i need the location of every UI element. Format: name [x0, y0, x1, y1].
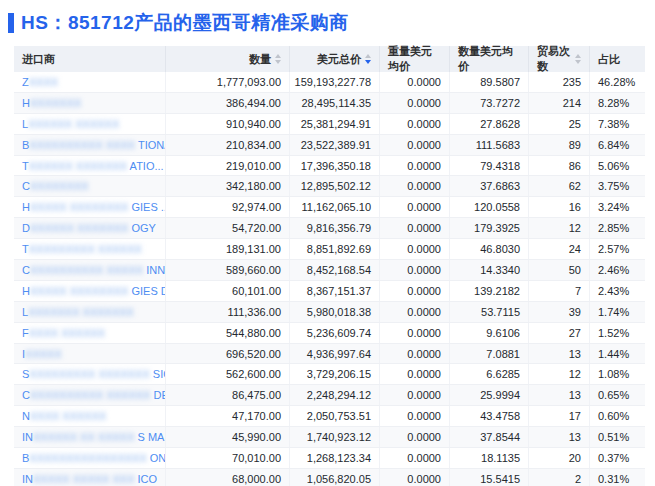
share-cell: 2.57%	[590, 239, 645, 259]
share-cell: 3.75%	[590, 176, 645, 196]
importer-link[interactable]: LXXXXXXX XXXXXXX	[22, 306, 134, 318]
quantity-cell: 386,494.00	[166, 93, 290, 113]
importer-link[interactable]: HXXXXXXX	[22, 97, 81, 109]
quantity-cell: 589,660.00	[166, 260, 290, 280]
weight-avg-price-cell: 0.0000	[380, 218, 450, 238]
importer-visible-prefix: C	[22, 264, 30, 276]
qty-avg-price-cell: 18.1135	[450, 448, 529, 468]
importer-redacted-text: XXXXXXXXX XXXXXX	[29, 243, 142, 255]
table-row: HXXXXX XXXXXXXX GIES D... 60,101.00 8,36…	[14, 281, 645, 302]
qty-avg-price-cell: 43.4758	[450, 406, 529, 426]
importer-link[interactable]: ZXXXX	[22, 76, 58, 88]
qty-avg-price-cell: 120.0558	[450, 197, 529, 217]
importer-cell: TXXXXXXXXX XXXXXX	[14, 239, 166, 259]
share-cell: 7.38%	[590, 114, 645, 134]
trade-count-cell: 13	[529, 385, 590, 405]
importer-visible-prefix: H	[22, 201, 30, 213]
importer-visible-suffix: INN...	[143, 264, 166, 276]
qty-avg-price-cell: 79.4318	[450, 156, 529, 176]
share-cell: 0.60%	[590, 406, 645, 426]
usd-total-cell: 1,740,923.12	[290, 427, 380, 447]
importer-link[interactable]: IXXXXX	[22, 348, 62, 360]
quantity-cell: 92,974.00	[166, 197, 290, 217]
usd-total-cell: 8,367,151.37	[290, 281, 380, 301]
weight-avg-price-cell: 0.0000	[380, 260, 450, 280]
weight-avg-price-cell: 0.0000	[380, 364, 450, 384]
importer-link[interactable]: BXXXXXXXXXXXXXXXX ONES...	[22, 452, 166, 464]
usd-total-cell: 8,452,168.54	[290, 260, 380, 280]
importer-redacted-text: XXXX XXXXXX	[30, 410, 106, 422]
column-header-2[interactable]: 美元总价	[290, 46, 380, 72]
importer-link[interactable]: CXXXXXXXXXX XXXXX INN...	[22, 264, 166, 276]
column-header-label: 占比	[598, 52, 620, 67]
table-row: HXXXXX XXXXXXXX GIES ... 92,974.00 11,16…	[14, 197, 645, 218]
importer-link[interactable]: BXXXXXXXXXX XXXX TIONAL	[22, 139, 166, 151]
weight-avg-price-cell: 0.0000	[380, 344, 450, 364]
quantity-cell: 210,834.00	[166, 135, 290, 155]
table-row: BXXXXXXXXXXXXXXXX ONES... 70,010.00 1,26…	[14, 448, 645, 469]
importer-redacted-text: XXXXX	[25, 348, 62, 360]
trade-count-cell: 62	[529, 176, 590, 196]
usd-total-cell: 17,396,350.18	[290, 156, 380, 176]
quantity-cell: 910,940.00	[166, 114, 290, 134]
page: HS：851712产品的墨西哥精准采购商 进口商数量美元总价重量美元均价数量美元…	[0, 0, 655, 486]
importer-link[interactable]: INXXXXXX XX XXXXX S MA...	[22, 431, 166, 443]
importer-link[interactable]: CXXXXXXXX	[22, 180, 89, 192]
importer-link[interactable]: HXXXXX XXXXXXXX GIES D...	[22, 285, 166, 297]
weight-avg-price-cell: 0.0000	[380, 197, 450, 217]
importer-cell: IXXXXX	[14, 344, 166, 364]
importer-link[interactable]: HXXXXX XXXXXXXX GIES ...	[22, 201, 166, 213]
importer-redacted-text: XXXXXX XX XXXXX	[33, 431, 135, 443]
importer-link[interactable]: TXXXXXX XXXXXXX ATIO...	[22, 160, 164, 172]
share-cell: 46.28%	[590, 72, 645, 92]
importer-link[interactable]: CXXXXXXXXXX XXXXXX DE ...	[22, 389, 166, 401]
importer-cell: CXXXXXXXXXX XXXXXX DE ...	[14, 385, 166, 405]
column-header-label: 贸易次数	[537, 44, 571, 74]
importer-visible-prefix: F	[22, 327, 29, 339]
weight-avg-price-cell: 0.0000	[380, 406, 450, 426]
importer-cell: DXXXXXX XXXXXXX OGY	[14, 218, 166, 238]
column-header-5[interactable]: 贸易次数	[529, 46, 590, 72]
quantity-cell: 54,720.00	[166, 218, 290, 238]
importer-redacted-text: XXXXX XXXXX XXX	[33, 473, 135, 485]
importer-visible-prefix: B	[22, 452, 29, 464]
importer-redacted-text: XXXXXXX	[30, 97, 81, 109]
importer-cell: TXXXXXX XXXXXXX ATIO...	[14, 156, 166, 176]
column-header-label: 进口商	[22, 52, 55, 67]
importer-redacted-text: XXXXXXXXXX XXXXX	[30, 264, 143, 276]
sort-caret-icon[interactable]	[275, 54, 281, 64]
page-header: HS：851712产品的墨西哥精准采购商	[8, 10, 655, 36]
usd-total-cell: 28,495,114.35	[290, 93, 380, 113]
weight-avg-price-cell: 0.0000	[380, 93, 450, 113]
quantity-cell: 342,180.00	[166, 176, 290, 196]
importer-link[interactable]: INXXXXX XXXXX XXX ICO	[22, 473, 157, 485]
column-header-1[interactable]: 数量	[166, 46, 290, 72]
quantity-cell: 696,520.00	[166, 344, 290, 364]
quantity-cell: 86,475.00	[166, 385, 290, 405]
title-accent-bar	[8, 13, 14, 33]
importer-link[interactable]: TXXXXXXXXX XXXXXX	[22, 243, 142, 255]
trade-count-cell: 2	[529, 469, 590, 486]
share-cell: 5.06%	[590, 156, 645, 176]
importer-visible-prefix: N	[22, 410, 30, 422]
table-row: CXXXXXXXXXX XXXXX INN... 589,660.00 8,45…	[14, 260, 645, 281]
share-cell: 0.65%	[590, 385, 645, 405]
table-row: HXXXXXXX 386,494.00 28,495,114.35 0.0000…	[14, 93, 645, 114]
importer-visible-suffix: ONES...	[147, 452, 166, 464]
usd-total-cell: 11,162,065.10	[290, 197, 380, 217]
qty-avg-price-cell: 139.2182	[450, 281, 529, 301]
importer-link[interactable]: SXXXXXXXXX XXXXXXX SION...	[22, 368, 166, 380]
importer-link[interactable]: LXXXXXX XXXXXX	[22, 118, 119, 130]
importer-visible-prefix: C	[22, 389, 30, 401]
weight-avg-price-cell: 0.0000	[380, 323, 450, 343]
importer-link[interactable]: NXXXX XXXXXX	[22, 410, 106, 422]
importer-cell: NXXXX XXXXXX	[14, 406, 166, 426]
importer-link[interactable]: DXXXXXX XXXXXXX OGY	[22, 222, 156, 234]
table-row: NXXXX XXXXXX 47,170.00 2,050,753.51 0.00…	[14, 406, 645, 427]
sort-caret-icon[interactable]	[365, 54, 371, 64]
importer-redacted-text: XXXXXXXXXX XXXX	[29, 139, 135, 151]
qty-avg-price-cell: 37.8544	[450, 427, 529, 447]
quantity-cell: 219,010.00	[166, 156, 290, 176]
importer-link[interactable]: FXXXX XXXXXX	[22, 327, 105, 339]
sort-caret-icon[interactable]	[575, 54, 581, 64]
